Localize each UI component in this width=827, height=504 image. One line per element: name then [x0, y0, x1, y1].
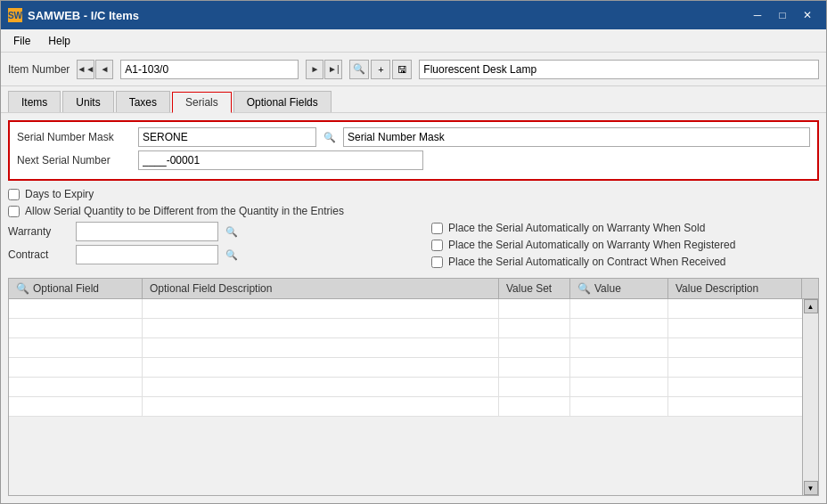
table-row — [9, 378, 802, 397]
th-optional-field-desc: Optional Field Description — [143, 279, 499, 298]
minimize-button[interactable]: ─ — [746, 5, 769, 25]
warranty-label: Warranty — [8, 225, 70, 238]
nav-prev-button[interactable]: ◄ — [95, 60, 113, 79]
optional-table-section: 🔍 Optional Field Optional Field Descript… — [8, 278, 819, 496]
serial-number-mask-desc-input[interactable] — [343, 127, 810, 147]
next-serial-number-row: Next Serial Number — [17, 150, 810, 170]
place-contract-received-checkbox[interactable] — [431, 256, 443, 268]
tab-serials[interactable]: Serials — [172, 92, 232, 113]
scroll-down-button[interactable]: ▼ — [804, 481, 818, 495]
content-area: Serial Number Mask 🔍 Next Serial Number … — [1, 113, 826, 503]
place-warranty-sold-checkbox[interactable] — [431, 223, 443, 234]
place-warranty-registered-label: Place the Serial Automatically on Warran… — [448, 239, 735, 251]
place-contract-received-row: Place the Serial Automatically on Contra… — [431, 256, 819, 268]
table-row — [9, 319, 802, 338]
place-warranty-registered-checkbox[interactable] — [431, 240, 443, 251]
allow-serial-label: Allow Serial Quantity to be Different fr… — [25, 205, 344, 217]
nav-first-button[interactable]: ◄◄ — [77, 60, 94, 79]
contract-input[interactable] — [76, 245, 218, 264]
th-optional-field-search-icon[interactable]: 🔍 — [16, 282, 29, 295]
serial-number-mask-input[interactable] — [138, 127, 316, 147]
serials-section: Serial Number Mask 🔍 Next Serial Number — [8, 120, 819, 181]
nav-group: ◄◄ ◄ — [77, 60, 113, 79]
th-scrollbar — [802, 279, 818, 298]
maximize-button[interactable]: □ — [771, 5, 794, 25]
th-value-desc: Value Description — [668, 279, 802, 298]
allow-serial-checkbox[interactable] — [8, 206, 20, 217]
scrollbar: ▲ ▼ — [802, 299, 818, 495]
days-to-expiry-row: Days to Expiry — [8, 188, 819, 200]
menu-bar: File Help — [1, 29, 826, 53]
table-row — [9, 358, 802, 378]
table-row — [9, 299, 802, 319]
serial-number-mask-row: Serial Number Mask 🔍 — [17, 127, 810, 147]
item-number-input[interactable] — [120, 60, 299, 79]
two-col-options: Warranty 🔍 Contract 🔍 Place the Serial A… — [8, 222, 819, 272]
window-title: SAMWEB - I/C Items — [28, 9, 139, 22]
toolbar: Item Number ◄◄ ◄ ► ►| 🔍 + 🖫 — [1, 53, 826, 86]
optional-fields-table: 🔍 Optional Field Optional Field Descript… — [8, 278, 819, 496]
nav-last-button[interactable]: ►| — [324, 60, 342, 79]
table-with-scroll: ▲ ▼ — [9, 299, 818, 495]
days-to-expiry-label: Days to Expiry — [25, 188, 94, 200]
main-window: SW SAMWEB - I/C Items ─ □ ✕ File Help It… — [0, 0, 827, 504]
days-to-expiry-checkbox[interactable] — [8, 189, 20, 200]
table-row — [9, 397, 802, 417]
warranty-row: Warranty 🔍 — [8, 222, 396, 241]
scroll-up-button[interactable]: ▲ — [804, 299, 818, 313]
table-row — [9, 338, 802, 358]
warranty-search-icon[interactable]: 🔍 — [224, 224, 240, 240]
contract-row: Contract 🔍 — [8, 245, 396, 264]
options-section: Days to Expiry Allow Serial Quantity to … — [8, 188, 819, 222]
save-button[interactable]: 🖫 — [392, 60, 412, 79]
contract-search-icon[interactable]: 🔍 — [224, 247, 240, 263]
right-options: Place the Serial Automatically on Warran… — [431, 222, 819, 272]
tab-items[interactable]: Items — [8, 91, 61, 112]
serial-number-mask-label: Serial Number Mask — [17, 131, 133, 143]
place-warranty-sold-row: Place the Serial Automatically on Warran… — [431, 222, 819, 234]
next-serial-number-input[interactable] — [138, 150, 423, 170]
place-warranty-sold-label: Place the Serial Automatically on Warran… — [448, 222, 705, 234]
nav-next-button[interactable]: ► — [306, 60, 323, 79]
toolbar-icons: 🔍 + 🖫 — [349, 60, 412, 79]
title-bar-left: SW SAMWEB - I/C Items — [8, 8, 139, 22]
left-options: Warranty 🔍 Contract 🔍 — [8, 222, 396, 272]
th-value-set: Value Set — [499, 279, 570, 298]
tab-units[interactable]: Units — [62, 91, 113, 112]
app-icon: SW — [8, 8, 22, 22]
title-controls: ─ □ ✕ — [746, 5, 819, 25]
contract-label: Contract — [8, 248, 70, 261]
add-button[interactable]: + — [371, 60, 390, 79]
place-contract-received-label: Place the Serial Automatically on Contra… — [448, 256, 726, 268]
th-optional-field: 🔍 Optional Field — [9, 279, 143, 298]
warranty-input[interactable] — [76, 222, 218, 241]
title-bar: SW SAMWEB - I/C Items ─ □ ✕ — [1, 1, 826, 29]
table-header: 🔍 Optional Field Optional Field Descript… — [9, 279, 818, 299]
item-number-label: Item Number — [8, 63, 70, 76]
table-rows-container — [9, 299, 802, 495]
place-warranty-registered-row: Place the Serial Automatically on Warran… — [431, 239, 819, 251]
menu-help[interactable]: Help — [39, 33, 79, 49]
th-value-search-icon[interactable]: 🔍 — [577, 282, 591, 295]
th-value: 🔍 Value — [570, 279, 668, 298]
item-description-input[interactable] — [419, 60, 819, 79]
nav-right-group: ► ►| — [306, 60, 342, 79]
tab-taxes[interactable]: Taxes — [116, 91, 170, 112]
menu-file[interactable]: File — [4, 33, 39, 49]
allow-serial-row: Allow Serial Quantity to be Different fr… — [8, 205, 819, 217]
next-serial-number-label: Next Serial Number — [17, 154, 133, 167]
tabs-bar: Items Units Taxes Serials Optional Field… — [1, 86, 826, 113]
tab-optional-fields[interactable]: Optional Fields — [233, 91, 332, 112]
close-button[interactable]: ✕ — [796, 5, 819, 25]
search-button[interactable]: 🔍 — [349, 60, 369, 79]
serial-mask-search-icon[interactable]: 🔍 — [322, 129, 338, 145]
